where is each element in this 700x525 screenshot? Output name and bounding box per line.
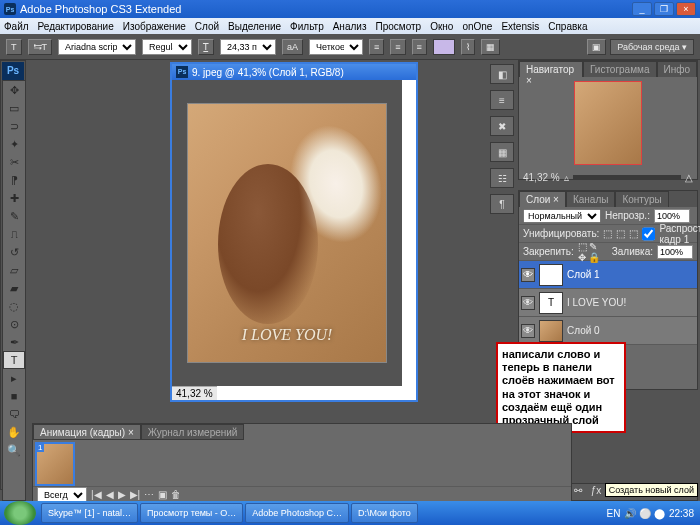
document-titlebar[interactable]: Ps 9. jpeg @ 41,3% (Слой 1, RGB/8) bbox=[172, 64, 416, 80]
tab-channels[interactable]: Каналы bbox=[566, 191, 616, 207]
new-frame-icon[interactable]: ▣ bbox=[158, 489, 167, 500]
warp-text-button[interactable]: ⌇ bbox=[461, 39, 475, 55]
panel-btn-6[interactable]: ¶ bbox=[490, 194, 514, 214]
first-frame-icon[interactable]: |◀ bbox=[91, 489, 102, 500]
maximize-button[interactable]: ❐ bbox=[654, 2, 674, 16]
unify-icon[interactable]: ⬚ bbox=[603, 228, 612, 239]
tab-histogram[interactable]: Гистограмма bbox=[583, 61, 657, 77]
shape-tool[interactable]: ■ bbox=[3, 387, 25, 405]
crop-tool[interactable]: ✂ bbox=[3, 153, 25, 171]
start-button[interactable] bbox=[4, 501, 36, 525]
text-color-swatch[interactable] bbox=[433, 39, 455, 55]
navigator-thumbnail[interactable] bbox=[574, 81, 642, 165]
taskbar-item[interactable]: Adobe Photoshop C… bbox=[245, 503, 349, 523]
layer-item[interactable]: 👁 T I LOVE YOU! bbox=[519, 289, 697, 317]
workspace-menu[interactable]: Рабочая среда ▾ bbox=[610, 39, 694, 55]
minimize-button[interactable]: _ bbox=[632, 2, 652, 16]
pen-tool[interactable]: ✒ bbox=[3, 333, 25, 351]
unify-icon-2[interactable]: ⬚ bbox=[616, 228, 625, 239]
menu-extensis[interactable]: Extensis bbox=[501, 21, 539, 32]
blur-tool[interactable]: ◌ bbox=[3, 297, 25, 315]
menu-file[interactable]: Файл bbox=[4, 21, 29, 32]
panel-btn-1[interactable]: ◧ bbox=[490, 64, 514, 84]
panel-btn-4[interactable]: ▦ bbox=[490, 142, 514, 162]
layer-item[interactable]: 👁 Слой 0 bbox=[519, 317, 697, 345]
move-tool[interactable]: ✥ bbox=[3, 81, 25, 99]
opacity-input[interactable] bbox=[654, 209, 690, 223]
prev-frame-icon[interactable]: ◀ bbox=[106, 489, 114, 500]
lock-icons[interactable]: ⬚ ✎ ✥ 🔒 bbox=[578, 241, 608, 263]
tab-layers[interactable]: Слои × bbox=[519, 191, 566, 207]
fill-input[interactable] bbox=[657, 245, 693, 259]
history-brush-tool[interactable]: ↺ bbox=[3, 243, 25, 261]
char-panel-button[interactable]: ▦ bbox=[481, 39, 500, 55]
antialias-select[interactable]: Четкое bbox=[309, 39, 363, 55]
eraser-tool[interactable]: ▱ bbox=[3, 261, 25, 279]
tab-paths[interactable]: Контуры bbox=[615, 191, 668, 207]
go-bridge-button[interactable]: ▣ bbox=[587, 39, 606, 55]
link-layers-icon[interactable]: ⚯ bbox=[571, 485, 585, 499]
align-left-button[interactable]: ≡ bbox=[369, 39, 384, 55]
font-size-select[interactable]: 24,33 пт bbox=[220, 39, 276, 55]
type-tool[interactable]: T bbox=[3, 351, 25, 369]
propagate-checkbox[interactable] bbox=[642, 227, 655, 241]
tab-navigator[interactable]: Навигатор × bbox=[519, 61, 583, 77]
animation-frame[interactable]: 1 bbox=[35, 442, 75, 486]
visibility-icon[interactable]: 👁 bbox=[521, 296, 535, 310]
hand-tool[interactable]: ✋ bbox=[3, 423, 25, 441]
align-right-button[interactable]: ≡ bbox=[412, 39, 427, 55]
dodge-tool[interactable]: ⊙ bbox=[3, 315, 25, 333]
menu-image[interactable]: Изображение bbox=[123, 21, 186, 32]
font-family-select[interactable]: Ariadna script bbox=[58, 39, 136, 55]
canvas-area[interactable]: I LOVE YOU! bbox=[172, 80, 402, 386]
notes-tool[interactable]: 🗨 bbox=[3, 405, 25, 423]
tab-info[interactable]: Инфо bbox=[657, 61, 698, 77]
lasso-tool[interactable]: ⊃ bbox=[3, 117, 25, 135]
path-select-tool[interactable]: ▸ bbox=[3, 369, 25, 387]
eyedropper-tool[interactable]: ⁋ bbox=[3, 171, 25, 189]
taskbar-item[interactable]: D:\Мои фото bbox=[351, 503, 418, 523]
lang-indicator[interactable]: EN bbox=[607, 508, 621, 519]
play-icon[interactable]: ▶ bbox=[118, 489, 126, 500]
tab-animation[interactable]: Анимация (кадры) × bbox=[33, 424, 141, 440]
layer-name[interactable]: Слой 0 bbox=[567, 325, 600, 336]
menu-view[interactable]: Просмотр bbox=[375, 21, 421, 32]
stamp-tool[interactable]: ⎍ bbox=[3, 225, 25, 243]
panel-btn-3[interactable]: ✖ bbox=[490, 116, 514, 136]
menu-help[interactable]: Справка bbox=[548, 21, 587, 32]
layer-item[interactable]: 👁 Слой 1 bbox=[519, 261, 697, 289]
menu-select[interactable]: Выделение bbox=[228, 21, 281, 32]
unify-icon-3[interactable]: ⬚ bbox=[629, 228, 638, 239]
fx-icon[interactable]: ƒx bbox=[589, 485, 603, 499]
menu-analysis[interactable]: Анализ bbox=[333, 21, 367, 32]
close-button[interactable]: × bbox=[676, 2, 696, 16]
menu-window[interactable]: Окно bbox=[430, 21, 453, 32]
delete-frame-icon[interactable]: 🗑 bbox=[171, 489, 181, 500]
zoom-tool[interactable]: 🔍 bbox=[3, 441, 25, 459]
align-center-button[interactable]: ≡ bbox=[390, 39, 405, 55]
menu-filter[interactable]: Фильтр bbox=[290, 21, 324, 32]
zoom-in-icon[interactable]: △ bbox=[685, 172, 693, 183]
tray-icons[interactable]: 🔊 ⚪ ⬤ bbox=[624, 508, 665, 519]
tween-icon[interactable]: ⋯ bbox=[144, 489, 154, 500]
gradient-tool[interactable]: ▰ bbox=[3, 279, 25, 297]
nav-zoom-slider[interactable] bbox=[573, 175, 681, 179]
layer-name[interactable]: Слой 1 bbox=[567, 269, 600, 280]
panel-btn-5[interactable]: ☷ bbox=[490, 168, 514, 188]
tab-measure-log[interactable]: Журнал измерений bbox=[141, 424, 245, 440]
visibility-icon[interactable]: 👁 bbox=[521, 324, 535, 338]
nav-zoom-value[interactable]: 41,32 % bbox=[523, 172, 560, 183]
menu-onone[interactable]: onOne bbox=[462, 21, 492, 32]
heal-tool[interactable]: ✚ bbox=[3, 189, 25, 207]
wand-tool[interactable]: ✦ bbox=[3, 135, 25, 153]
taskbar-item[interactable]: Просмотр темы - О… bbox=[140, 503, 243, 523]
doc-zoom[interactable]: 41,32 % bbox=[176, 387, 213, 400]
visibility-icon[interactable]: 👁 bbox=[521, 268, 535, 282]
marquee-tool[interactable]: ▭ bbox=[3, 99, 25, 117]
blend-mode-select[interactable]: Нормальный bbox=[523, 209, 601, 223]
zoom-out-icon[interactable]: ▵ bbox=[564, 172, 569, 183]
orientation-toggle[interactable]: ⮀T bbox=[28, 39, 53, 55]
layer-name[interactable]: I LOVE YOU! bbox=[567, 297, 626, 308]
menu-layer[interactable]: Слой bbox=[195, 21, 219, 32]
menu-edit[interactable]: Редактирование bbox=[38, 21, 114, 32]
